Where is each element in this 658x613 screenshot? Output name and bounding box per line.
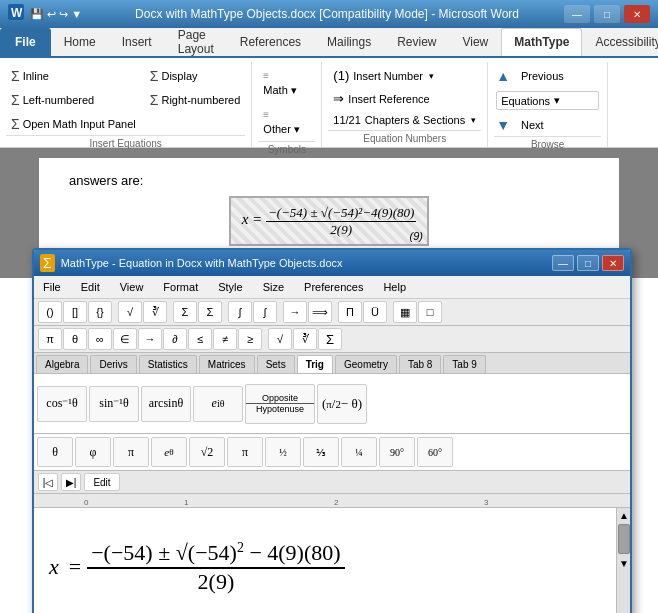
tab-insert[interactable]: Insert [109,28,165,56]
mt-tool-brackets[interactable]: [] [63,301,87,323]
mt-menu-file[interactable]: File [38,278,66,296]
mt-tool-theta[interactable]: θ [63,328,87,350]
trig-cos-inv[interactable]: cos⁻¹θ [37,386,87,422]
mt-tool-cbrt[interactable]: ∛ [143,301,167,323]
row2-pi2[interactable]: π [227,437,263,467]
palette-tab-matrices[interactable]: Matrices [199,355,255,373]
row2-third[interactable]: ⅓ [303,437,339,467]
mt-tool-sqrt[interactable]: √ [118,301,142,323]
left-numbered-button[interactable]: Σ Left-numbered [6,89,141,111]
trig-arcsin[interactable]: arcsinθ [141,386,191,422]
previous-button[interactable]: Previous [514,67,571,85]
mt-tool-parens[interactable]: () [38,301,62,323]
mt-tool-sigma-full[interactable]: Σ [198,301,222,323]
row2-pi[interactable]: π [113,437,149,467]
insert-reference-button[interactable]: ⇒ Insert Reference [328,88,481,109]
tab-mailings[interactable]: Mailings [314,28,384,56]
tab-accessibility[interactable]: Accessibility [582,28,658,56]
mt-cursor-btn[interactable]: |◁ [38,473,58,491]
row2-sqrt2[interactable]: √2 [189,437,225,467]
mt-menu-style[interactable]: Style [213,278,247,296]
open-math-button[interactable]: Σ Open Math Input Panel [6,113,141,135]
group-math: ≡ Math ▾ ≡ Other ▾ Symbols [252,62,322,147]
next-button[interactable]: Next [514,116,551,134]
mt-tool-partial[interactable]: ∂ [163,328,187,350]
mt-tool-integral2[interactable]: ∫ [253,301,277,323]
palette-tab-sets[interactable]: Sets [257,355,295,373]
display-button[interactable]: Σ Display [145,65,246,87]
tab-view[interactable]: View [449,28,501,56]
mt-tool-summation[interactable]: Σ [318,328,342,350]
close-button[interactable]: ✕ [624,5,650,23]
mt-menu-preferences[interactable]: Preferences [299,278,368,296]
mt-tool-pi-cap[interactable]: Π [338,301,362,323]
mt-close-button[interactable]: ✕ [602,255,624,271]
math-dropdown-button[interactable]: ≡ Math ▾ [258,65,315,102]
row2-60deg[interactable]: 60° [417,437,453,467]
row2-quarter[interactable]: ¼ [341,437,377,467]
tab-home[interactable]: Home [51,28,109,56]
tab-page-layout[interactable]: Page Layout [165,28,227,56]
insert-number-button[interactable]: (1) Insert Number ▾ [328,65,481,86]
row2-phi[interactable]: φ [75,437,111,467]
mt-menu-help[interactable]: Help [378,278,411,296]
other-dropdown-button[interactable]: ≡ Other ▾ [258,104,315,141]
mathtype-editor[interactable]: x = −(−54) ± √(−54)2 − 4(9)(80) 2(9) [34,508,630,613]
mt-tool-arrow-right[interactable]: → [283,301,307,323]
trig-opp-hyp[interactable]: Opposite Hypotenuse [245,384,315,424]
trig-pi-frac[interactable]: (π/2 − θ) [317,384,367,424]
tab-review[interactable]: Review [384,28,449,56]
mt-menu-size[interactable]: Size [258,278,289,296]
mt-tool-pi[interactable]: π [38,328,62,350]
mt-tool-sqrt2[interactable]: √ [268,328,292,350]
mt-tool-sqrt3[interactable]: ∛ [293,328,317,350]
mt-tool-bar-arrow[interactable]: → [138,328,162,350]
mt-minimize-button[interactable]: — [552,255,574,271]
inline-button[interactable]: Σ Inline [6,65,141,87]
mt-tool-doublearrow[interactable]: ⟹ [308,301,332,323]
row2-half[interactable]: ½ [265,437,301,467]
row2-theta[interactable]: θ [37,437,73,467]
mt-menu-edit[interactable]: Edit [76,278,105,296]
tab-references[interactable]: References [227,28,314,56]
mt-scroll-thumb[interactable] [618,524,630,554]
mt-tool-sigma-top[interactable]: Σ [173,301,197,323]
palette-tab-trig[interactable]: Trig [297,355,333,373]
palette-tab-9[interactable]: Tab 9 [443,355,485,373]
palette-tab-derivs[interactable]: Derivs [90,355,136,373]
mt-vertical-scrollbar[interactable]: ▲ ▼ [616,508,630,613]
maximize-button[interactable]: □ [594,5,620,23]
mt-menu-view[interactable]: View [115,278,149,296]
palette-tab-algebra[interactable]: Algebra [36,355,88,373]
mt-maximize-button[interactable]: □ [577,255,599,271]
palette-tab-8[interactable]: Tab 8 [399,355,441,373]
row2-e-theta[interactable]: eθ [151,437,187,467]
minimize-button[interactable]: — [564,5,590,23]
mt-menu-format[interactable]: Format [158,278,203,296]
trig-sin-inv[interactable]: sin⁻¹θ [89,386,139,422]
mt-tool-neq[interactable]: ≠ [213,328,237,350]
mt-tool-integral[interactable]: ∫ [228,301,252,323]
row2-90deg[interactable]: 90° [379,437,415,467]
right-numbered-button[interactable]: Σ Right-numbered [145,89,246,111]
mt-tool-infinity[interactable]: ∞ [88,328,112,350]
tab-mathtype[interactable]: MathType [501,28,582,56]
mt-edit-btn[interactable]: Edit [84,473,120,491]
mt-tool-braces[interactable]: {} [88,301,112,323]
mt-tool-geq[interactable]: ≥ [238,328,262,350]
mt-tool-u-uml[interactable]: Ü [363,301,387,323]
mt-tool-box[interactable]: □ [418,301,442,323]
mt-select-btn[interactable]: ▶| [61,473,81,491]
mt-tool-grid[interactable]: ▦ [393,301,417,323]
mt-tool-leq[interactable]: ≤ [188,328,212,350]
browse-equations-select[interactable]: Equations ▾ [496,91,599,110]
trig-eitheta[interactable]: eiθ [193,386,243,422]
mt-scroll-up[interactable]: ▲ [617,508,631,522]
mt-scroll-down[interactable]: ▼ [617,556,631,570]
palette-tab-statistics[interactable]: Statistics [139,355,197,373]
equation-display[interactable]: x = −(−54) ± √(−54)²−4(9)(80)2(9) (9) [229,196,429,246]
mt-tool-in[interactable]: ∈ [113,328,137,350]
tab-file[interactable]: File [0,28,51,56]
chapters-sections-button[interactable]: 11/21 Chapters & Sections ▾ [328,111,481,129]
palette-tab-geometry[interactable]: Geometry [335,355,397,373]
